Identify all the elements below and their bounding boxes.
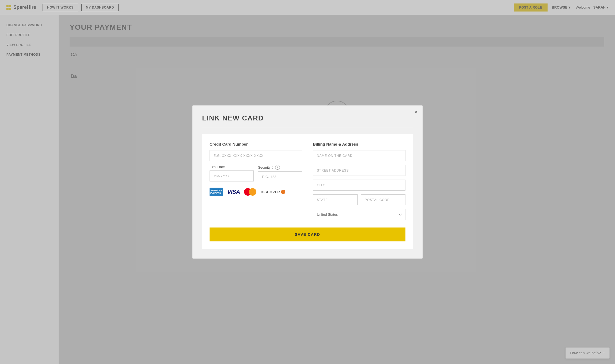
country-select[interactable]: United States Canada United Kingdom Aust…: [313, 209, 405, 220]
security-input[interactable]: [258, 171, 302, 182]
card-info-section: Credit Card Number Exp. Date Security # …: [210, 142, 302, 220]
street-address-input[interactable]: [313, 165, 405, 176]
amex-logo: AMERICANEXPRESS: [210, 188, 223, 196]
modal-header: LINK NEW CARD ×: [202, 114, 413, 128]
exp-date-input[interactable]: [210, 170, 254, 181]
postal-code-input[interactable]: [361, 194, 405, 205]
save-card-button[interactable]: SAVE CARD: [210, 228, 405, 241]
mastercard-logo: [244, 188, 256, 196]
info-icon[interactable]: i: [275, 165, 280, 170]
visa-logo: VISA: [227, 188, 240, 195]
billing-info-section: Billing Name & Address United States Can…: [313, 142, 405, 220]
card-number-input[interactable]: [210, 150, 302, 161]
security-label: Security # i: [258, 165, 302, 170]
modal-close-button[interactable]: ×: [415, 109, 418, 115]
security-group: Security # i: [258, 165, 302, 182]
city-input[interactable]: [313, 180, 405, 191]
discover-dot: [281, 190, 285, 194]
discover-logo: DISCOVER: [261, 190, 285, 194]
name-on-card-input[interactable]: [313, 150, 405, 161]
billing-section-title: Billing Name & Address: [313, 142, 405, 146]
modal-body: Credit Card Number Exp. Date Security # …: [202, 134, 413, 228]
link-new-card-modal: LINK NEW CARD × Credit Card Number Exp. …: [192, 105, 423, 259]
card-section-title: Credit Card Number: [210, 142, 302, 146]
state-input[interactable]: [313, 194, 358, 205]
state-postal-row: [313, 194, 405, 205]
mc-right-circle: [249, 188, 256, 196]
exp-date-group: Exp. Date: [210, 165, 254, 182]
modal-title: LINK NEW CARD: [202, 114, 413, 122]
exp-security-row: Exp. Date Security # i: [210, 165, 302, 182]
modal-footer: SAVE CARD: [202, 228, 413, 249]
exp-label: Exp. Date: [210, 165, 254, 169]
modal-overlay[interactable]: LINK NEW CARD × Credit Card Number Exp. …: [0, 0, 615, 364]
card-logos: AMERICANEXPRESS VISA DISCOVER: [210, 188, 302, 196]
